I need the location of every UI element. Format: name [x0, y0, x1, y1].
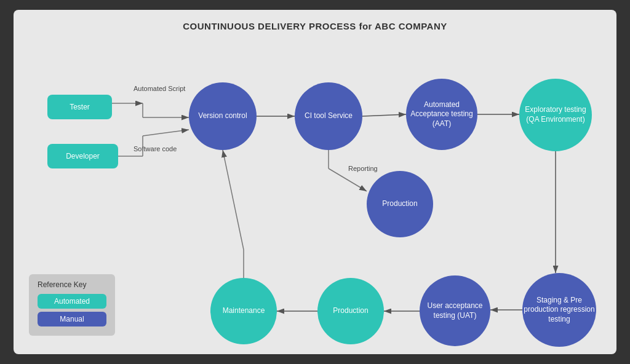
- tester-node: Tester: [47, 95, 112, 119]
- reporting-label: Reporting: [348, 165, 378, 172]
- ci-tool-node: CI tool Service: [295, 82, 362, 150]
- version-control-node: Version control: [189, 82, 257, 150]
- software-code-label: Software code: [134, 145, 177, 152]
- automated-script-label: Automated Script: [134, 85, 185, 92]
- uat-node: User acceptance testing (UAT): [420, 275, 490, 346]
- maintenance-node: Maintenance: [210, 278, 277, 344]
- staging-node: Staging & Pre production regression test…: [522, 273, 596, 347]
- production-bot-node: Production: [317, 278, 384, 344]
- page-title: COUNTINUOUS DELIVERY PROCESS for ABC COM…: [14, 10, 616, 31]
- reference-automated: Automated: [38, 294, 106, 309]
- svg-line-17: [223, 150, 244, 250]
- developer-node: Developer: [47, 144, 118, 168]
- reference-key: Reference Key Automated Manual: [29, 274, 115, 336]
- svg-line-8: [362, 114, 406, 116]
- production-mid-node: Production: [367, 171, 433, 237]
- exploratory-node: Exploratory testing (QA Environment): [519, 79, 592, 151]
- aat-node: Automated Acceptance testing (AAT): [406, 79, 477, 150]
- svg-line-6: [143, 130, 189, 136]
- diagram-container: COUNTINUOUS DELIVERY PROCESS for ABC COM…: [14, 10, 616, 354]
- reference-manual: Manual: [38, 312, 106, 326]
- reference-key-title: Reference Key: [38, 280, 106, 289]
